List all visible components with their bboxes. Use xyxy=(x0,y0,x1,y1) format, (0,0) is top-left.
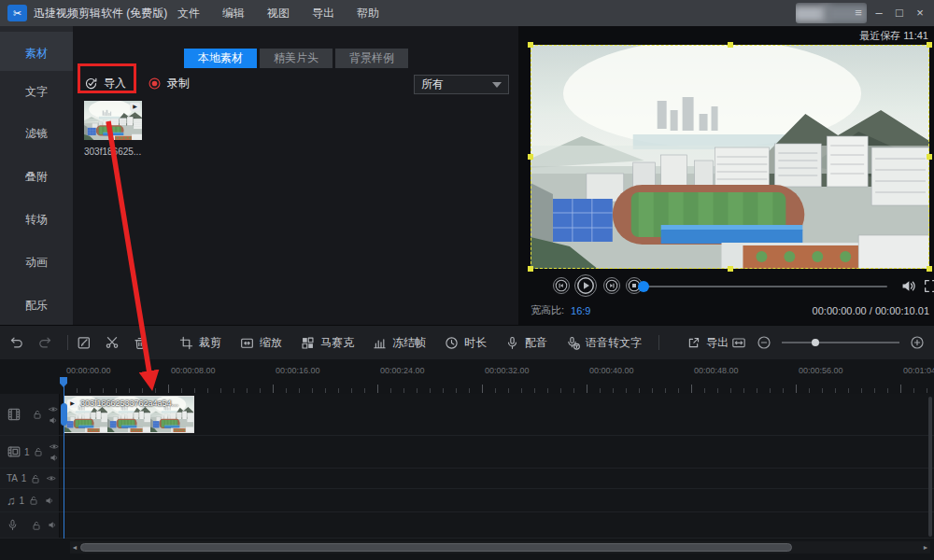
导出-button[interactable]: 导出 xyxy=(686,335,729,351)
tab-精美片头[interactable]: 精美片头 xyxy=(260,49,333,68)
lock-icon[interactable] xyxy=(28,495,39,506)
aspect-ratio-value[interactable]: 16:9 xyxy=(571,305,590,316)
lock-icon[interactable] xyxy=(32,409,43,420)
裁剪-button[interactable]: 裁剪 xyxy=(179,335,221,351)
lock-icon[interactable] xyxy=(30,473,41,484)
record-button[interactable]: 录制 xyxy=(148,72,190,94)
sidebar-item-素材[interactable]: 素材 xyxy=(0,40,73,66)
next-frame-button[interactable] xyxy=(603,277,620,294)
media-filename: 303f186625... xyxy=(84,147,146,157)
menu-item-视图[interactable]: 视图 xyxy=(256,0,301,26)
sidebar-item-动画[interactable]: 动画 xyxy=(0,249,73,275)
toolbar-divider xyxy=(658,335,659,350)
缩放-button[interactable]: 缩放 xyxy=(240,335,282,351)
volume-icon[interactable] xyxy=(900,278,916,294)
sidebar-item-叠附[interactable]: 叠附 xyxy=(0,163,73,189)
tab-本地素材[interactable]: 本地素材 xyxy=(184,49,257,68)
trash-icon[interactable] xyxy=(133,335,148,350)
edit-icon[interactable] xyxy=(77,335,92,350)
media-item[interactable]: ▶ 303f186625... xyxy=(84,101,146,157)
selection-handle[interactable] xyxy=(528,266,533,272)
horizontal-scrollbar[interactable]: ◄ ► xyxy=(70,541,930,553)
window-controls: ≡–□× xyxy=(848,0,930,26)
冻结帧-button[interactable]: 冻结帧 xyxy=(373,335,426,351)
语音转文字-button[interactable]: 语音转文字 xyxy=(566,335,642,351)
zoom-slider-handle[interactable] xyxy=(812,339,819,346)
ruler-tick xyxy=(273,385,274,393)
selection-handle[interactable] xyxy=(528,154,533,160)
配音-button[interactable]: 配音 xyxy=(505,335,547,351)
ruler-tick xyxy=(325,388,326,393)
cut-icon[interactable] xyxy=(105,335,120,350)
speaker-icon[interactable] xyxy=(47,520,58,530)
clock-icon xyxy=(445,336,459,350)
时长-button[interactable]: 时长 xyxy=(445,335,487,351)
ruler-tick xyxy=(116,388,117,393)
timeline-zoom-slider[interactable] xyxy=(782,336,899,349)
track-pip[interactable]: 1 xyxy=(0,436,934,469)
lock-icon[interactable] xyxy=(33,446,44,457)
close-icon[interactable]: × xyxy=(910,0,930,26)
马赛克-button[interactable]: 马赛克 xyxy=(301,335,354,351)
mic-icon xyxy=(7,519,19,531)
speaker-icon[interactable] xyxy=(48,415,59,426)
fullscreen-icon[interactable] xyxy=(923,278,934,294)
timeline-clip[interactable]: ▶303f18662533762a4a54... xyxy=(64,396,194,433)
zoom-in-icon[interactable] xyxy=(910,335,925,350)
eye-icon[interactable] xyxy=(49,441,60,452)
menu-item-帮助[interactable]: 帮助 xyxy=(346,0,390,26)
ruler-tick xyxy=(377,385,378,393)
sidebar-item-滤镜[interactable]: 滤镜 xyxy=(0,120,73,147)
sidebar-item-配乐[interactable]: 配乐 xyxy=(0,292,73,318)
sidebar-item-文字[interactable]: 文字 xyxy=(0,78,73,105)
selection-handle[interactable] xyxy=(927,154,932,160)
app-menu-icon[interactable]: ≡ xyxy=(848,0,869,26)
zoom-out-icon[interactable] xyxy=(757,335,771,350)
scroll-right-icon[interactable]: ► xyxy=(921,544,930,551)
scroll-left-icon[interactable]: ◄ xyxy=(70,544,79,551)
selection-handle[interactable] xyxy=(927,42,932,48)
ruler-tick xyxy=(743,388,744,393)
speaker-icon[interactable] xyxy=(44,496,55,506)
toolbar-label: 冻结帧 xyxy=(392,335,426,351)
seek-bar[interactable] xyxy=(643,286,887,287)
undo-icon[interactable] xyxy=(9,335,24,350)
track-music[interactable]: ♫1 xyxy=(0,489,934,512)
eye-icon[interactable] xyxy=(46,473,57,483)
maximize-icon[interactable]: □ xyxy=(889,0,910,26)
ruler-tick xyxy=(717,388,718,393)
lock-icon[interactable] xyxy=(31,520,42,531)
sidebar-item-转场[interactable]: 转场 xyxy=(0,206,73,232)
menu-item-编辑[interactable]: 编辑 xyxy=(211,0,256,26)
fit-timeline-icon[interactable] xyxy=(731,335,746,350)
import-button[interactable]: 导入 xyxy=(84,72,126,94)
video-badge-icon: ▶ xyxy=(130,103,140,111)
selection-handle[interactable] xyxy=(728,266,733,272)
track-voice[interactable] xyxy=(0,512,934,539)
timeline-ruler[interactable]: 00:00:00.0000:00:08.0000:00:16.0000:00:2… xyxy=(0,359,934,394)
previous-frame-button[interactable] xyxy=(553,277,570,294)
ruler-tick xyxy=(587,385,587,393)
vertical-scrollbar[interactable] xyxy=(928,397,932,537)
seek-handle[interactable] xyxy=(638,281,649,292)
tab-背景样例[interactable]: 背景样例 xyxy=(335,49,408,68)
speaker-icon[interactable] xyxy=(49,453,60,463)
scrollbar-thumb[interactable] xyxy=(80,543,792,552)
track-video[interactable]: ▶303f18662533762a4a54... xyxy=(0,394,934,436)
selection-handle[interactable] xyxy=(528,42,533,48)
filter-dropdown[interactable]: 所有 xyxy=(414,75,509,94)
menu-item-导出[interactable]: 导出 xyxy=(301,0,346,26)
play-button[interactable] xyxy=(574,274,597,297)
text-track-icon: TA xyxy=(7,473,18,483)
redo-icon[interactable] xyxy=(37,335,52,350)
media-thumbnail[interactable]: ▶ xyxy=(84,101,142,140)
menu-item-文件[interactable]: 文件 xyxy=(166,0,211,26)
track-visibility-controls xyxy=(47,520,58,530)
selection-handle[interactable] xyxy=(927,266,932,272)
video-preview[interactable] xyxy=(531,45,929,269)
video-badge-icon: ▶ xyxy=(67,399,78,408)
selection-handle[interactable] xyxy=(728,42,733,48)
eye-icon[interactable] xyxy=(48,404,59,414)
track-text[interactable]: TA1 xyxy=(0,469,934,489)
minimize-icon[interactable]: – xyxy=(869,0,889,26)
